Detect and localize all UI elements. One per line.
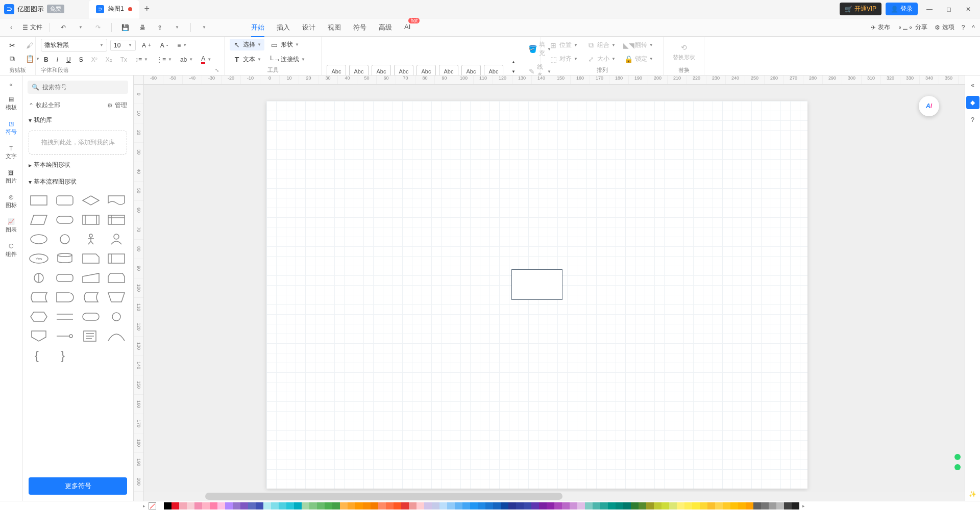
ai-sparkle-button[interactable]: ✨ xyxy=(966,488,979,501)
color-swatch[interactable] xyxy=(401,502,409,509)
shape-delay[interactable] xyxy=(55,290,75,304)
color-swatch[interactable] xyxy=(432,502,439,509)
export-button[interactable]: ⇪ xyxy=(154,21,166,34)
color-swatch[interactable] xyxy=(164,502,172,509)
color-swatch[interactable] xyxy=(286,502,294,509)
ai-assistant-button[interactable]: AI xyxy=(919,96,939,116)
shape-offpage[interactable] xyxy=(29,329,49,343)
replace-shape-button[interactable]: 替换形状 xyxy=(673,54,695,61)
font-size-select[interactable]: 10▼ xyxy=(110,40,136,51)
color-swatch[interactable] xyxy=(271,502,279,509)
shape-direct-data[interactable] xyxy=(81,290,101,304)
scrollbar-thumb[interactable] xyxy=(205,493,562,500)
color-swatch[interactable] xyxy=(263,502,271,509)
color-swatch[interactable] xyxy=(570,502,577,509)
manage-button[interactable]: ⚙ 管理 xyxy=(107,101,127,110)
connector-tool-button[interactable]: └→连接线▼ xyxy=(267,54,308,65)
color-swatch[interactable] xyxy=(631,502,639,509)
color-swatch[interactable] xyxy=(348,502,355,509)
dialog-launcher-icon[interactable]: ⤡ xyxy=(215,67,219,73)
save-button[interactable]: 💾 xyxy=(119,21,131,34)
canvas-shape-rectangle[interactable] xyxy=(511,269,562,300)
color-swatch[interactable] xyxy=(639,502,646,509)
color-swatch[interactable] xyxy=(294,502,302,509)
font-family-select[interactable]: 微软雅黑▼ xyxy=(41,39,107,52)
color-swatch[interactable] xyxy=(730,502,738,509)
shape-actor[interactable] xyxy=(81,232,101,246)
bullets-button[interactable]: ⋮≡▼ xyxy=(153,55,175,65)
size-button[interactable]: ⤢大小▼ xyxy=(584,53,619,65)
menu-tab-design[interactable]: 设计 xyxy=(302,22,315,33)
text-tool-button[interactable]: T文本▼ xyxy=(230,54,264,65)
color-swatch[interactable] xyxy=(187,502,194,509)
shape-user[interactable] xyxy=(106,232,127,246)
color-swatch[interactable] xyxy=(501,502,508,509)
color-swatch[interactable] xyxy=(302,502,309,509)
rail-text[interactable]: T文字 xyxy=(1,141,21,164)
color-swatch[interactable] xyxy=(753,502,761,509)
color-swatch[interactable] xyxy=(677,502,684,509)
shape-data[interactable] xyxy=(29,213,49,227)
color-swatch[interactable] xyxy=(378,502,386,509)
color-swatch[interactable] xyxy=(240,502,248,509)
section-flow-shapes[interactable]: ▾ 基本流程图形状 xyxy=(22,173,133,190)
color-swatch[interactable] xyxy=(210,502,217,509)
section-basic-shapes[interactable]: ▸ 基本绘图形状 xyxy=(22,157,133,173)
color-swatch[interactable] xyxy=(516,502,524,509)
color-swatch[interactable] xyxy=(654,502,662,509)
color-swatch[interactable] xyxy=(493,502,501,509)
flip-button[interactable]: ◣◥翻转▼ xyxy=(622,39,656,51)
color-swatch[interactable] xyxy=(340,502,348,509)
shape-process[interactable] xyxy=(29,193,49,208)
color-swatch[interactable] xyxy=(225,502,233,509)
tab-current[interactable]: ⊃ 绘图1 xyxy=(89,0,139,18)
shape-rounded-process[interactable] xyxy=(55,193,75,208)
search-box[interactable]: 🔍 xyxy=(28,81,128,94)
color-swatch[interactable] xyxy=(669,502,677,509)
color-swatch[interactable] xyxy=(317,502,325,509)
shape-database[interactable] xyxy=(55,251,75,266)
color-swatch[interactable] xyxy=(585,502,593,509)
share-button[interactable]: ⚬⚊⚬分享 xyxy=(897,23,927,32)
color-swatch[interactable] xyxy=(470,502,478,509)
color-swatch[interactable] xyxy=(776,502,784,509)
position-button[interactable]: ⊞位置▼ xyxy=(546,39,581,51)
color-swatch[interactable] xyxy=(394,502,401,509)
color-swatch[interactable] xyxy=(424,502,432,509)
rail-symbols[interactable]: ◳符号 xyxy=(1,116,21,140)
collapse-rail-button[interactable]: « xyxy=(1,79,21,91)
color-swatch[interactable] xyxy=(539,502,547,509)
strike-button[interactable]: S xyxy=(76,55,86,65)
select-tool-button[interactable]: ↖选择▼ xyxy=(230,39,264,50)
bold-button[interactable]: B xyxy=(41,55,52,65)
color-swatch[interactable] xyxy=(332,502,340,509)
color-swatch[interactable] xyxy=(746,502,753,509)
shape-tool-button[interactable]: ▭形状▼ xyxy=(267,39,302,50)
format-panel-button[interactable]: ◆ xyxy=(966,96,979,109)
color-swatch[interactable] xyxy=(325,502,332,509)
file-menu[interactable]: ☰文件 xyxy=(22,23,42,32)
lock-button[interactable]: 🔒锁定▼ xyxy=(622,53,656,65)
rail-icons[interactable]: ◎图标 xyxy=(1,190,21,213)
color-swatch[interactable] xyxy=(684,502,692,509)
color-swatch[interactable] xyxy=(792,502,799,509)
color-swatch[interactable] xyxy=(179,502,187,509)
export-dropdown[interactable]: ▼ xyxy=(171,21,183,34)
redo-button[interactable]: ↷ xyxy=(92,21,104,34)
page-background[interactable] xyxy=(266,101,807,489)
collapse-ribbon-button[interactable]: ^ xyxy=(972,24,975,31)
color-swatch[interactable] xyxy=(616,502,623,509)
shape-note[interactable] xyxy=(81,329,101,343)
color-swatch[interactable] xyxy=(416,502,424,509)
color-swatch[interactable] xyxy=(478,502,485,509)
copy-button[interactable]: ⧉ xyxy=(5,53,19,64)
color-swatch[interactable] xyxy=(202,502,210,509)
color-swatch[interactable] xyxy=(769,502,776,509)
shape-yes-ellipse[interactable]: Yes xyxy=(29,251,49,266)
no-color-swatch[interactable] xyxy=(149,502,156,509)
arrange-align-button[interactable]: ⬚对齐▼ xyxy=(546,53,581,65)
cut-button[interactable]: ✂ xyxy=(5,40,19,51)
shape-brace-right[interactable]: } xyxy=(55,348,75,363)
color-swatch[interactable] xyxy=(662,502,669,509)
menu-tab-view[interactable]: 视图 xyxy=(328,22,341,33)
